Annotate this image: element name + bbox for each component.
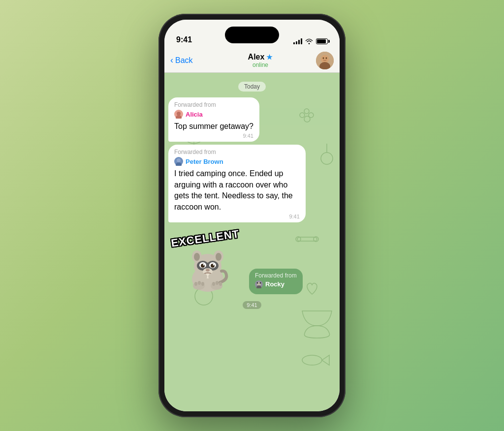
back-button[interactable]: ‹ Back xyxy=(170,55,205,65)
message-text-2: I tried camping once. Ended up arguing w… xyxy=(174,168,300,213)
forwarded-name-1: Alicia xyxy=(186,111,203,118)
svg-point-32 xyxy=(194,253,200,261)
forwarded-label-2: Forwarded from xyxy=(174,149,300,155)
date-label: Today xyxy=(238,82,266,92)
svg-point-26 xyxy=(177,158,181,162)
battery-icon xyxy=(316,38,328,44)
raccoon-sticker: EXCELLENT xyxy=(168,227,247,296)
avatar-svg xyxy=(316,52,334,69)
alicia-avatar xyxy=(174,110,183,119)
svg-point-51 xyxy=(212,282,215,286)
forwarded-label-3: Forwarded from xyxy=(255,272,297,279)
svg-point-54 xyxy=(198,273,207,280)
peter-avatar xyxy=(174,157,183,166)
online-status: online xyxy=(252,62,268,68)
svg-point-3 xyxy=(323,57,324,59)
dynamic-island xyxy=(225,27,279,43)
bottom-time-row: 9:41 xyxy=(168,301,336,309)
message-2: Forwarded from Peter Brown I tried campi… xyxy=(168,145,306,222)
svg-point-48 xyxy=(194,282,197,286)
message-1: Forwarded from Alicia Top summer getaway… xyxy=(168,97,259,142)
signal-bars-icon xyxy=(293,38,302,44)
svg-point-52 xyxy=(216,281,219,285)
phone-mockup: 9:41 xyxy=(158,14,346,417)
wifi-icon xyxy=(305,38,313,44)
svg-point-49 xyxy=(198,281,201,285)
status-time: 9:41 xyxy=(176,35,192,44)
svg-point-59 xyxy=(257,282,258,283)
rocky-avatar xyxy=(255,280,263,288)
svg-point-50 xyxy=(201,282,204,286)
forwarded-name-2: Peter Brown xyxy=(186,158,223,165)
chat-area: Today Forwarded from Alicia xyxy=(164,73,340,411)
contact-name: Alex xyxy=(248,53,265,62)
svg-point-40 xyxy=(203,264,205,266)
date-separator: Today xyxy=(168,82,336,92)
svg-point-21 xyxy=(302,355,322,365)
phone-screen: 9:41 xyxy=(164,20,340,411)
svg-point-41 xyxy=(213,264,215,266)
message-time-1: 9:41 xyxy=(174,133,253,139)
signal-bar-3 xyxy=(298,40,300,44)
star-icon: ★ xyxy=(266,53,273,61)
svg-point-60 xyxy=(260,282,261,283)
message-text-1: Top summer getaway? xyxy=(174,121,253,132)
status-icons xyxy=(293,38,328,44)
phone-frame: 9:41 xyxy=(158,14,346,417)
forwarded-from-row-1: Alicia xyxy=(174,110,253,119)
message-time-2: 9:41 xyxy=(174,214,300,219)
nav-center: Alex ★ online xyxy=(205,53,316,68)
forwarded-from-row-2: Peter Brown xyxy=(174,157,300,166)
back-label[interactable]: Back xyxy=(175,56,193,65)
svg-point-44 xyxy=(206,269,210,272)
forwarded-label-1: Forwarded from xyxy=(174,101,253,108)
contact-name-row: Alex ★ xyxy=(248,53,273,62)
forwarded-name-3: Rocky xyxy=(265,280,284,288)
back-chevron-icon: ‹ xyxy=(170,55,173,65)
battery-fill xyxy=(317,39,326,43)
nav-bar: ‹ Back Alex ★ online xyxy=(164,48,340,73)
chat-messages: Today Forwarded from Alicia xyxy=(164,73,340,315)
svg-point-53 xyxy=(219,282,222,286)
svg-point-33 xyxy=(216,253,221,261)
signal-bar-1 xyxy=(293,42,295,44)
avatar[interactable] xyxy=(316,52,334,69)
svg-point-23 xyxy=(177,112,181,116)
svg-point-1 xyxy=(321,55,329,63)
sticker-time: 9:41 xyxy=(243,301,261,309)
svg-point-4 xyxy=(326,57,327,59)
sticker-row: EXCELLENT xyxy=(168,227,336,296)
raccoon-svg xyxy=(178,236,237,295)
svg-point-55 xyxy=(208,273,217,280)
signal-bar-4 xyxy=(301,38,302,44)
forwarded-rocky-bubble: Forwarded from Rocky xyxy=(249,269,303,294)
signal-bar-2 xyxy=(296,41,297,44)
forwarded-from-row-3: Rocky xyxy=(255,280,297,288)
